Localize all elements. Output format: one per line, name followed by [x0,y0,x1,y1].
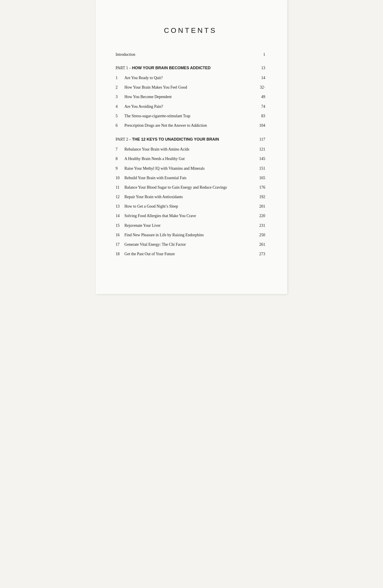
toc-entry-ch16: 16Find New Pleasure in Life by Raising E… [116,232,265,238]
chapter-page-11: 176 [259,185,265,190]
chapter-title-5: The Stress-sugar-cigarette-stimulant Tra… [124,113,190,119]
chapter-title-6: Prescription Drugs are Not the Answer to… [124,123,207,128]
part-section-2: PART 2 – THE 12 KEYS TO UNADDICTING YOUR… [116,137,265,257]
chapter-page-14: 220 [259,213,265,219]
chapter-page-12: 192 [259,194,265,200]
part-page-1: 13 [261,66,265,70]
chapter-page-1: 14 [261,75,265,81]
introduction-entry: Introduction 1 [116,52,265,57]
chapter-page-5: 83 [261,113,265,119]
part-title-2: THE 12 KEYS TO UNADDICTING YOUR BRAIN [132,137,219,142]
toc-entry-ch12: 12Repair Your Brain with Antioxidants192 [116,194,265,200]
chapter-title-8: A Healthy Brain Needs a Healthy Gut [124,156,185,162]
chapter-page-15: 231 [259,223,265,228]
chapter-num-5: 5 [116,113,124,119]
chapter-num-8: 8 [116,156,124,162]
chapter-num-9: 9 [116,166,124,171]
chapter-num-14: 14 [116,213,124,219]
chapter-num-13: 13 [116,204,124,209]
chapter-page-8: 145 [259,156,265,162]
chapter-title-7: Rebalance Your Brain with Amino Acids [124,147,189,152]
chapter-title-3: How You Become Dependent [124,94,172,100]
chapter-title-10: Rebuild Your Brain with Essential Fats [124,175,186,181]
toc-entry-ch4: 4Are You Avoiding Pain?74 [116,104,265,109]
toc-entry-ch5: 5The Stress-sugar-cigarette-stimulant Tr… [116,113,265,119]
part-page-2: 117 [259,137,265,142]
toc-entry-ch14: 14Solving Food Allergies that Make You C… [116,213,265,219]
chapter-num-12: 12 [116,194,124,200]
chapter-title-17: Generate Vital Energy: The Chi Factor [124,242,186,247]
chapter-num-1: 1 [116,75,124,81]
chapter-title-16: Find New Pleasure in Life by Raising End… [124,232,204,238]
chapter-title-12: Repair Your Brain with Antioxidants [124,194,183,200]
chapter-page-3: 49 [261,94,265,100]
toc-entry-ch10: 10Rebuild Your Brain with Essential Fats… [116,175,265,181]
contents-title: CONTENTS [116,26,265,35]
chapter-title-14: Solving Food Allergies that Make You Cra… [124,213,196,219]
chapter-page-16: 250 [259,232,265,238]
chapter-page-6: 104 [259,123,265,128]
toc-entry-ch17: 17Generate Vital Energy: The Chi Factor2… [116,242,265,247]
chapter-title-2: How Your Brain Makes You Feel Good [124,85,187,90]
chapter-page-7: 121 [259,147,265,152]
chapter-num-7: 7 [116,147,124,152]
part-prefix-2: PART 2 – [116,137,132,142]
chapter-num-18: 18 [116,251,124,257]
toc-entry-ch3: 3How You Become Dependent49 [116,94,265,100]
chapter-page-10: 165 [259,175,265,181]
chapter-num-2: 2 [116,85,124,90]
part-section-1: PART 1 – HOW YOUR BRAIN BECOMES ADDICTED… [116,66,265,128]
chapter-title-1: Are You Ready to Quit? [124,75,163,81]
chapter-num-16: 16 [116,232,124,238]
chapter-page-4: 74 [261,104,265,109]
toc-entry-ch8: 8A Healthy Brain Needs a Healthy Gut145 [116,156,265,162]
chapter-title-18: Get the Past Out of Your Future [124,251,175,257]
page: CONTENTS Introduction 1 PART 1 – HOW YOU… [96,0,287,294]
chapter-title-13: How to Get a Good Night’s Sleep [124,204,178,209]
chapter-num-3: 3 [116,94,124,100]
chapter-num-10: 10 [116,175,124,181]
toc-entry-ch1: 1Are You Ready to Quit?14 [116,75,265,81]
part-prefix-1: PART 1 – [116,66,132,70]
chapter-title-4: Are You Avoiding Pain? [124,104,163,109]
chapter-page-2: 32‧ [260,85,265,90]
part-header-1: PART 1 – HOW YOUR BRAIN BECOMES ADDICTED… [116,66,265,70]
chapter-page-9: 151 [259,166,265,171]
chapter-num-15: 15 [116,223,124,228]
toc-entry-ch15: 15Rejuvenate Your Liver231 [116,223,265,228]
chapter-num-4: 4 [116,104,124,109]
chapter-num-6: 6 [116,123,124,128]
introduction-page: 1 [263,52,265,57]
toc-entry-ch18: 18Get the Past Out of Your Future273 [116,251,265,257]
toc-entry-ch13: 13How to Get a Good Night’s Sleep201 [116,204,265,209]
introduction-label: Introduction [116,52,135,57]
chapter-title-11: Balance Your Blood Sugar to Gain Energy … [124,185,227,190]
chapter-page-18: 273 [259,251,265,257]
chapter-page-13: 201 [259,204,265,209]
toc-entry-ch7: 7Rebalance Your Brain with Amino Acids12… [116,147,265,152]
toc-parts: PART 1 – HOW YOUR BRAIN BECOMES ADDICTED… [116,66,265,257]
part-header-2: PART 2 – THE 12 KEYS TO UNADDICTING YOUR… [116,137,265,142]
chapter-title-15: Rejuvenate Your Liver [124,223,160,228]
toc-entry-ch9: 9Raise Your Methyl IQ with Vitamins and … [116,166,265,171]
toc-entry-ch2: 2How Your Brain Makes You Feel Good32‧ [116,85,265,90]
chapter-num-17: 17 [116,242,124,247]
chapter-title-9: Raise Your Methyl IQ with Vitamins and M… [124,166,205,171]
chapter-page-17: 261 [259,242,265,247]
toc-entry-ch6: 6Prescription Drugs are Not the Answer t… [116,123,265,128]
toc-entry-ch11: 11Balance Your Blood Sugar to Gain Energ… [116,185,265,190]
part-title-1: HOW YOUR BRAIN BECOMES ADDICTED [132,66,210,70]
chapter-num-11: 11 [116,185,124,190]
